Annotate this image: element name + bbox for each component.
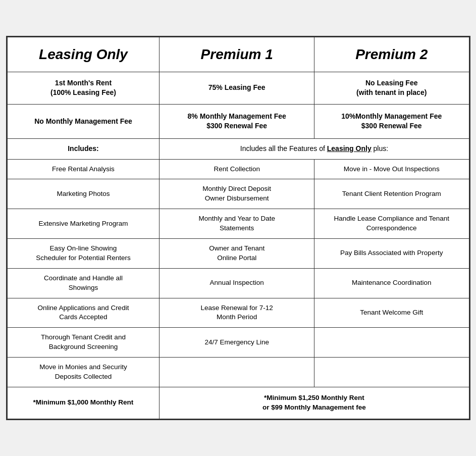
feature-row-8: Move in Monies and SecurityDeposits Coll…	[7, 358, 469, 387]
includes-premium-label: Includes all the Features of Leasing Onl…	[160, 138, 469, 159]
includes-leasing-label: Includes:	[7, 138, 160, 159]
feature-p1-7: 24/7 Emergency Line	[160, 328, 314, 358]
feature-row-3: Extensive Marketing Program Monthly and …	[7, 209, 469, 239]
feature-row-5: Coordinate and Handle allShowings Annual…	[7, 268, 469, 298]
includes-header-row: Includes: Includes all the Features of L…	[7, 138, 469, 159]
feature-p1-3: Monthly and Year to DateStatements	[160, 209, 314, 239]
feature-p2-5: Maintenance Coordination	[314, 268, 469, 298]
comparison-table: Leasing Only Premium 1 Premium 2 1st Mon…	[7, 37, 469, 419]
feature-p2-1: Move in - Move Out Inspections	[314, 159, 469, 179]
mgmt-leasing: No Monthly Management Fee	[7, 104, 160, 138]
feature-p2-8	[314, 358, 469, 387]
footer-row: *Minimum $1,000 Monthly Rent *Minimum $1…	[7, 387, 469, 419]
feature-p1-1: Rent Collection	[160, 159, 314, 179]
fee-premium1: 75% Leasing Fee	[160, 72, 314, 104]
feature-p1-5: Annual Inspection	[160, 268, 314, 298]
feature-p2-6: Tenant Welcome Gift	[314, 298, 469, 328]
footer-premium: *Minimum $1,250 Monthly Rentor $99 Month…	[160, 387, 469, 419]
mgmt-row: No Monthly Management Fee 8% Monthly Man…	[7, 104, 469, 138]
feature-p1-8	[160, 358, 314, 387]
feature-leasing-7: Thorough Tenant Credit andBackground Scr…	[7, 328, 160, 358]
feature-leasing-2: Marketing Photos	[7, 179, 160, 209]
fee-premium2: No Leasing Fee(with tenant in place)	[314, 72, 469, 104]
feature-leasing-8: Move in Monies and SecurityDeposits Coll…	[7, 358, 160, 387]
includes-prefix: Includes all the Features of Leasing Onl…	[240, 144, 388, 153]
feature-leasing-3: Extensive Marketing Program	[7, 209, 160, 239]
footer-leasing: *Minimum $1,000 Monthly Rent	[7, 387, 160, 419]
header-premium2: Premium 2	[314, 37, 469, 72]
feature-p1-2: Monthly Direct DepositOwner Disbursement	[160, 179, 314, 209]
feature-leasing-4: Easy On-line ShowingScheduler for Potent…	[7, 238, 160, 268]
feature-p1-4: Owner and TenantOnline Portal	[160, 238, 314, 268]
header-leasing: Leasing Only	[7, 37, 160, 72]
mgmt-premium1: 8% Monthly Management Fee$300 Renewal Fe…	[160, 104, 314, 138]
feature-leasing-5: Coordinate and Handle allShowings	[7, 268, 160, 298]
feature-leasing-6: Online Applications and CreditCards Acce…	[7, 298, 160, 328]
feature-p2-3: Handle Lease Compliance and Tenant Corre…	[314, 209, 469, 239]
feature-row-6: Online Applications and CreditCards Acce…	[7, 298, 469, 328]
feature-p1-6: Lease Renewal for 7-12Month Period	[160, 298, 314, 328]
feature-row-1: Free Rental Analysis Rent Collection Mov…	[7, 159, 469, 179]
header-row: Leasing Only Premium 1 Premium 2	[7, 37, 469, 72]
feature-p2-2: Tenant Client Retention Program	[314, 179, 469, 209]
fee-row: 1st Month's Rent(100% Leasing Fee) 75% L…	[7, 72, 469, 104]
header-premium1: Premium 1	[160, 37, 314, 72]
mgmt-premium2: 10%Monthly Management Fee$300 Renewal Fe…	[314, 104, 469, 138]
feature-row-4: Easy On-line ShowingScheduler for Potent…	[7, 238, 469, 268]
feature-leasing-1: Free Rental Analysis	[7, 159, 160, 179]
feature-p2-7	[314, 328, 469, 358]
fee-leasing: 1st Month's Rent(100% Leasing Fee)	[7, 72, 160, 104]
comparison-table-wrapper: Leasing Only Premium 1 Premium 2 1st Mon…	[6, 36, 470, 420]
feature-p2-4: Pay Bills Associated with Property	[314, 238, 469, 268]
feature-row-2: Marketing Photos Monthly Direct DepositO…	[7, 179, 469, 209]
feature-row-7: Thorough Tenant Credit andBackground Scr…	[7, 328, 469, 358]
